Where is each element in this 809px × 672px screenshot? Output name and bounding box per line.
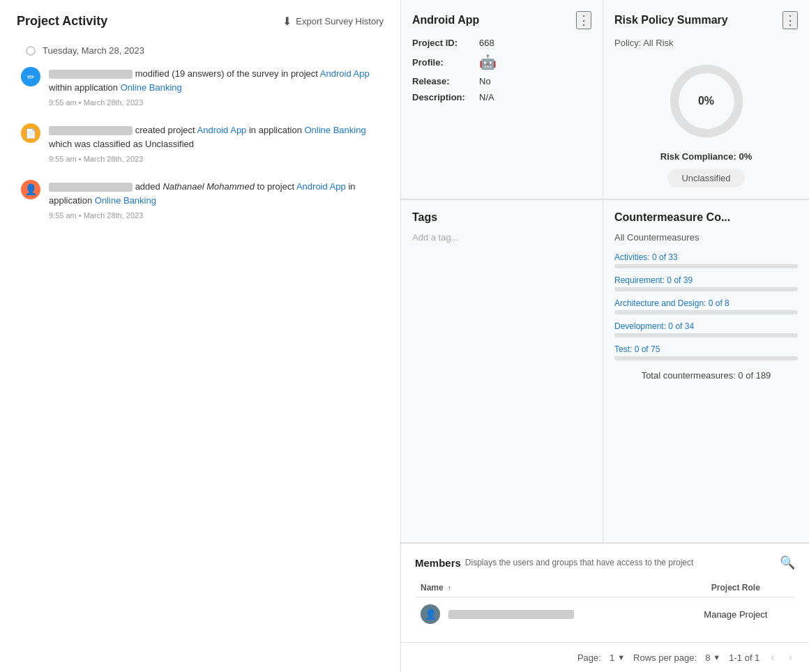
activity-3-link-app[interactable]: Online Banking xyxy=(95,195,156,206)
timeline-item: ✏ modified (19 answers) of the survey in… xyxy=(31,67,384,107)
tags-title: Tags xyxy=(412,211,437,224)
members-card: Members Displays the users and groups th… xyxy=(401,543,809,642)
counter-label-activities[interactable]: Activities: 0 of 33 xyxy=(614,252,798,262)
pagination-bar: Page: 1 ▼ Rows per page: 8 ▼ 1-1 of 1 ‹ … xyxy=(401,642,809,672)
progress-bg-test xyxy=(614,356,798,360)
counter-row-activities: Activities: 0 of 33 xyxy=(614,252,798,268)
risk-policy-label: Policy: All Risk xyxy=(614,38,798,48)
timeline-item: 👤 added Nathanael Mohammed to project An… xyxy=(31,180,384,220)
timeline-date-dot xyxy=(26,46,36,56)
activity-1-link-project[interactable]: Android App xyxy=(320,68,370,79)
tags-card-header: Tags xyxy=(412,211,591,224)
avatar: 👤 xyxy=(421,604,440,624)
member-name-blurred xyxy=(448,610,574,619)
project-id-value: 668 xyxy=(479,38,494,48)
risk-more-button[interactable]: ⋮ xyxy=(782,11,798,29)
activity-3-link-project[interactable]: Android App xyxy=(296,181,346,192)
table-row: 👤 Manage Project xyxy=(415,597,795,632)
activity-1-link-app[interactable]: Online Banking xyxy=(121,82,182,93)
timeline-date: Tuesday, March 28, 2023 xyxy=(31,45,384,56)
member-role-cell: Manage Project xyxy=(676,597,795,632)
activity-3-added-name: Nathanael Mohammed xyxy=(162,181,255,192)
right-panel: Android App ⋮ Project ID: 668 Profile: 🤖… xyxy=(401,0,809,672)
chevron-down-icon[interactable]: ▼ xyxy=(617,653,625,662)
activity-1-content: modified (19 answers) of the survey in p… xyxy=(49,67,384,107)
donut-chart-container: 0% xyxy=(614,59,798,143)
page-control[interactable]: 1 ▼ xyxy=(610,652,625,663)
android-profile-row: Profile: 🤖 xyxy=(412,54,591,70)
android-more-button[interactable]: ⋮ xyxy=(576,11,591,29)
role-column-header: Project Role xyxy=(676,579,795,597)
android-description-row: Description: N/A xyxy=(412,92,591,102)
members-table-header-row: Name ↑ Project Role xyxy=(415,579,795,597)
next-page-button[interactable]: › xyxy=(786,650,795,665)
timeline-date-label: Tuesday, March 28, 2023 xyxy=(43,45,144,56)
release-label: Release: xyxy=(412,76,475,86)
timeline-item: 📄 created project Android App in applica… xyxy=(31,123,384,163)
description-label: Description: xyxy=(412,92,475,102)
activity-1-text: modified (19 answers) of the survey in p… xyxy=(49,67,384,94)
release-value: No xyxy=(479,76,491,86)
timeline-dot-edit: ✏ xyxy=(21,67,40,86)
export-button[interactable]: ⬇ Export Survey History xyxy=(282,15,384,28)
timeline-dot-add-user: 👤 xyxy=(21,180,40,199)
description-value: N/A xyxy=(479,92,494,102)
add-tag-placeholder[interactable]: Add a tag... xyxy=(412,232,591,243)
android-app-card: Android App ⋮ Project ID: 668 Profile: 🤖… xyxy=(401,0,603,199)
activity-2-content: created project Android App in applicati… xyxy=(49,123,384,163)
activity-2-text: created project Android App in applicati… xyxy=(49,123,384,151)
name-column-header[interactable]: Name ↑ xyxy=(415,579,676,597)
progress-bg-requirement xyxy=(614,287,798,291)
counter-label-architecture[interactable]: Architecture and Design: 0 of 8 xyxy=(614,298,798,308)
activity-1-time: 9:55 am • March 28th, 2023 xyxy=(49,98,384,107)
donut-chart: 0% xyxy=(665,59,748,143)
android-project-id-row: Project ID: 668 xyxy=(412,38,591,48)
android-card-title: Android App xyxy=(412,14,479,26)
sort-ascending-icon: ↑ xyxy=(448,584,451,592)
member-name-cell: 👤 xyxy=(415,597,676,632)
countermeasure-card: Countermeasure Co... All Countermeasures… xyxy=(603,200,809,542)
members-table: Name ↑ Project Role 👤 xyxy=(415,579,795,631)
risk-policy-card: Risk Policy Summary ⋮ Policy: All Risk 0… xyxy=(603,0,809,199)
activity-3-time: 9:55 am • March 28th, 2023 xyxy=(49,211,384,220)
middle-row: Tags Add a tag... Countermeasure Co... A… xyxy=(401,200,809,543)
counter-card-header: Countermeasure Co... xyxy=(614,211,798,224)
timeline: Tuesday, March 28, 2023 ✏ modified (19 a… xyxy=(17,45,384,220)
android-release-row: Release: No xyxy=(412,76,591,86)
timeline-dot-create: 📄 xyxy=(21,123,40,143)
counter-label-development[interactable]: Development: 0 of 34 xyxy=(614,321,798,331)
risk-card-header: Risk Policy Summary ⋮ xyxy=(614,11,798,29)
progress-bg-architecture xyxy=(614,310,798,314)
page-label: Page: xyxy=(577,652,601,663)
counter-row-test: Test: 0 of 75 xyxy=(614,344,798,360)
chevron-down-icon-rows[interactable]: ▼ xyxy=(713,653,720,662)
counter-subtitle: All Countermeasures xyxy=(614,232,798,243)
donut-center-value: 0% xyxy=(698,95,714,107)
counter-row-development: Development: 0 of 34 xyxy=(614,321,798,337)
counter-label-requirement[interactable]: Requirement: 0 of 39 xyxy=(614,275,798,285)
left-panel: Project Activity ⬇ Export Survey History… xyxy=(0,0,401,672)
android-icon: 🤖 xyxy=(479,54,497,70)
risk-card-title: Risk Policy Summary xyxy=(614,14,728,26)
rows-control[interactable]: 8 ▼ xyxy=(705,652,720,663)
counter-label-test[interactable]: Test: 0 of 75 xyxy=(614,344,798,354)
profile-label: Profile: xyxy=(412,57,475,68)
activity-2-link-app[interactable]: Online Banking xyxy=(304,125,365,135)
left-header: Project Activity ⬇ Export Survey History xyxy=(17,14,384,29)
tags-card: Tags Add a tag... xyxy=(401,200,603,542)
activity-1-user xyxy=(49,70,133,79)
activity-2-user xyxy=(49,126,133,135)
counter-title: Countermeasure Co... xyxy=(614,211,730,224)
pagination-range: 1-1 of 1 xyxy=(729,652,759,663)
rows-per-page-label: Rows per page: xyxy=(633,652,697,663)
members-search-button[interactable]: 🔍 xyxy=(780,555,795,570)
counter-row-requirement: Requirement: 0 of 39 xyxy=(614,275,798,291)
page-title: Project Activity xyxy=(17,14,107,29)
members-description: Displays the users and groups that have … xyxy=(465,558,776,567)
download-icon: ⬇ xyxy=(282,15,292,28)
activity-3-user xyxy=(49,183,133,192)
activity-2-time: 9:55 am • March 28th, 2023 xyxy=(49,155,384,163)
unclassified-badge: Unclassified xyxy=(667,169,744,188)
activity-2-link-project[interactable]: Android App xyxy=(197,125,247,135)
previous-page-button[interactable]: ‹ xyxy=(768,650,777,665)
